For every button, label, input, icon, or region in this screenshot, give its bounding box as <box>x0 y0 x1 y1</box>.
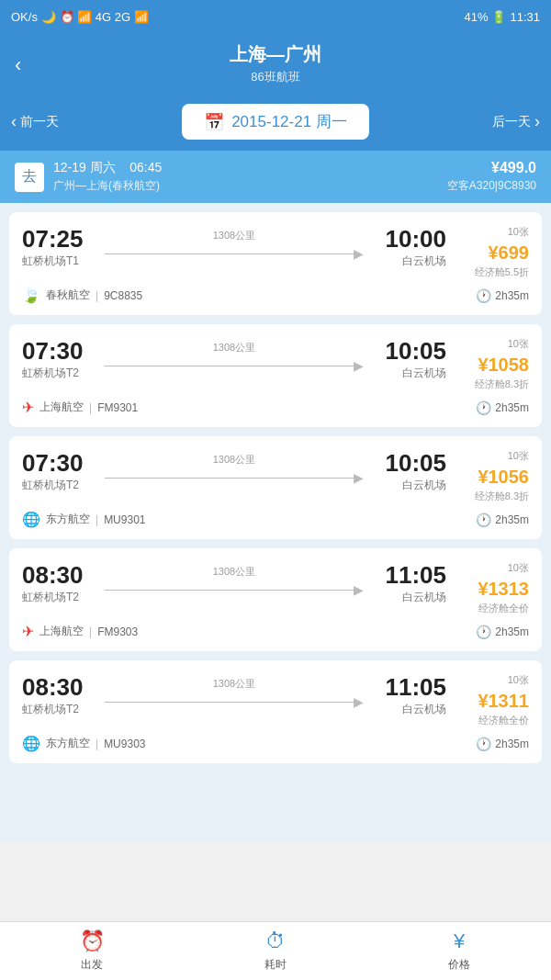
airline-info: ✈ 上海航空 | FM9303 <box>22 623 138 640</box>
airline-name: 上海航空 <box>39 624 84 639</box>
flight-duration: 🕐 2h35m <box>476 737 529 751</box>
flight-distance: 1308公里 <box>213 453 255 467</box>
depart-time: 07:30 虹桥机场T2 <box>22 337 96 381</box>
flight-card[interactable]: 08:30 虹桥机场T2 1308公里 ▶ 11:05 白云机场 10张 ¥13… <box>9 548 542 651</box>
depart-icon: 去 <box>15 163 44 192</box>
return-flight-bar[interactable]: 去 12-19 周六 06:45 广州—上海(春秋航空) ¥499.0 空客A3… <box>0 151 551 203</box>
clock-icon: 🕐 <box>476 737 491 751</box>
depart-time: 08:30 虹桥机场T2 <box>22 673 96 717</box>
flight-price: ¥1058 <box>478 355 529 376</box>
arrive-time: 11:05 白云机场 <box>373 673 446 717</box>
airline-icon: 🍃 <box>22 287 40 304</box>
duration-text: 2h35m <box>495 401 529 414</box>
current-date-label: 2015-12-21 周一 <box>231 111 347 132</box>
status-right: 41% 🔋 11:31 <box>464 10 540 24</box>
prev-day-button[interactable]: ‹ 前一天 <box>11 112 59 131</box>
arrow-head-icon: ▶ <box>354 358 364 373</box>
flight-duration: 🕐 2h35m <box>476 513 529 527</box>
airline-icon: 🌐 <box>22 511 40 528</box>
to-airport: 白云机场 <box>373 590 446 605</box>
battery-icon: 🔋 <box>491 10 506 24</box>
flight-discount: 经济舱5.5折 <box>475 265 529 279</box>
flight-count: 86班航班 <box>0 69 551 85</box>
from-airport: 虹桥机场T2 <box>22 590 96 605</box>
flight-price: ¥1311 <box>478 691 529 712</box>
flight-arrow: ▶ <box>105 246 364 261</box>
flight-duration: 🕐 2h35m <box>476 288 529 303</box>
next-day-button[interactable]: 后一天 › <box>492 112 540 131</box>
flight-price-col: 10张 ¥1311 经济舱全价 <box>446 673 529 727</box>
flight-discount: 经济舱全价 <box>478 602 529 615</box>
page-title: 上海—广州 <box>0 42 551 67</box>
flight-number: FM9303 <box>97 625 138 638</box>
flight-arrow: ▶ <box>105 582 364 597</box>
flight-price: ¥1313 <box>478 579 529 600</box>
arrive-time: 11:05 白云机场 <box>373 561 446 605</box>
flight-arrow: ▶ <box>105 694 364 709</box>
flight-distance: 1308公里 <box>213 565 255 579</box>
flight-card[interactable]: 07:30 虹桥机场T2 1308公里 ▶ 10:05 白云机场 10张 ¥10… <box>9 324 542 427</box>
seats-count: 10张 <box>508 561 529 575</box>
depart-time: 08:30 虹桥机场T2 <box>22 561 96 605</box>
flight-card[interactable]: 07:30 虹桥机场T2 1308公里 ▶ 10:05 白云机场 10张 ¥10… <box>9 436 542 539</box>
flight-price-col: 10张 ¥1056 经济舱8.3折 <box>446 449 529 503</box>
arrow-head-icon: ▶ <box>354 246 364 261</box>
from-airport: 虹桥机场T2 <box>22 478 96 493</box>
clock-icon: 🕐 <box>476 400 491 415</box>
duration-text: 2h35m <box>495 289 529 302</box>
flight-distance: 1308公里 <box>213 341 255 355</box>
next-day-label: 后一天 <box>492 114 531 130</box>
flight-top-row: 08:30 虹桥机场T2 1308公里 ▶ 11:05 白云机场 10张 ¥13… <box>22 561 529 615</box>
flight-discount: 经济舱8.3折 <box>475 377 529 391</box>
clock-icon: 🕐 <box>476 288 491 303</box>
airline-name: 东方航空 <box>46 512 90 527</box>
status-bar: OK/s 🌙 ⏰ 📶 4G 2G 📶 41% 🔋 11:31 <box>0 0 551 33</box>
flight-card[interactable]: 08:30 虹桥机场T2 1308公里 ▶ 11:05 白云机场 10张 ¥13… <box>9 660 542 763</box>
flight-number: MU9301 <box>104 513 145 526</box>
clock-icon: 🕐 <box>476 625 491 639</box>
flight-duration: 🕐 2h35m <box>476 625 529 639</box>
flight-card[interactable]: 07:25 虹桥机场T1 1308公里 ▶ 10:00 白云机场 10张 ¥69… <box>9 212 542 315</box>
airline-info: 🌐 东方航空 | MU9303 <box>22 735 145 752</box>
flight-distance: 1308公里 <box>213 677 255 691</box>
seats-count: 10张 <box>508 449 529 463</box>
flight-number: FM9301 <box>97 401 138 414</box>
flight-list: 07:25 虹桥机场T1 1308公里 ▶ 10:00 白云机场 10张 ¥69… <box>0 203 551 840</box>
airline-info: 🌐 东方航空 | MU9301 <box>22 511 145 528</box>
flight-middle: 1308公里 ▶ <box>96 341 373 373</box>
header: ‹ 上海—广州 86班航班 <box>0 33 551 96</box>
clock-icon: 🕐 <box>476 513 491 527</box>
flight-price: ¥699 <box>489 242 530 264</box>
return-price: ¥499.0 <box>447 160 536 176</box>
flight-bottom-row: 🍃 春秋航空 | 9C8835 🕐 2h35m <box>22 287 529 304</box>
from-airport: 虹桥机场T1 <box>22 253 96 269</box>
flight-top-row: 08:30 虹桥机场T2 1308公里 ▶ 11:05 白云机场 10张 ¥13… <box>22 673 529 727</box>
return-flight-price-info: ¥499.0 空客A320|9C8930 <box>447 160 536 194</box>
seats-count: 10张 <box>508 337 529 351</box>
flight-middle: 1308公里 ▶ <box>96 677 373 709</box>
depart-time: 07:30 虹桥机场T2 <box>22 449 96 493</box>
flight-duration: 🕐 2h35m <box>476 400 529 415</box>
duration-text: 2h35m <box>495 513 529 526</box>
from-airport: 虹桥机场T2 <box>22 702 96 717</box>
date-nav: ‹ 前一天 📅 2015-12-21 周一 后一天 › <box>0 96 551 151</box>
to-airport: 白云机场 <box>373 253 446 269</box>
flight-number: MU9303 <box>104 738 145 750</box>
flight-bottom-row: ✈ 上海航空 | FM9301 🕐 2h35m <box>22 399 529 416</box>
airline-name: 春秋航空 <box>46 287 90 303</box>
flight-bottom-row: 🌐 东方航空 | MU9301 🕐 2h35m <box>22 511 529 528</box>
arrow-head-icon: ▶ <box>354 694 364 709</box>
arrive-time: 10:05 白云机场 <box>373 337 446 381</box>
next-arrow-icon: › <box>534 112 540 131</box>
arrive-time: 10:05 白云机场 <box>373 449 446 493</box>
current-date[interactable]: 📅 2015-12-21 周一 <box>182 104 369 140</box>
seats-count: 10张 <box>508 225 529 239</box>
calendar-icon: 📅 <box>204 112 224 132</box>
clock: 11:31 <box>510 10 540 24</box>
flight-price-col: 10张 ¥1313 经济舱全价 <box>446 561 529 615</box>
arrow-head-icon: ▶ <box>354 582 364 597</box>
flight-distance: 1308公里 <box>213 229 255 242</box>
airline-info: 🍃 春秋航空 | 9C8835 <box>22 287 142 304</box>
depart-time: 07:25 虹桥机场T1 <box>22 225 96 269</box>
airline-name: 东方航空 <box>46 736 90 751</box>
